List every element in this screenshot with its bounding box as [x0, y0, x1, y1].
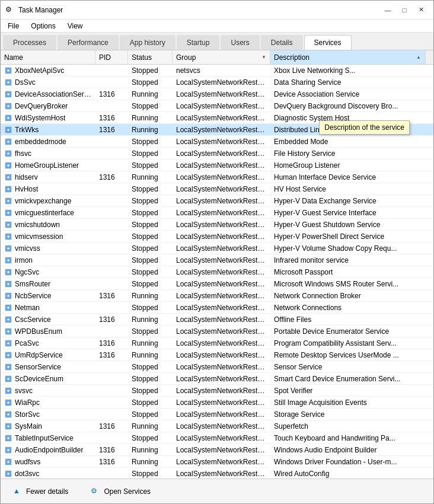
service-pid: [95, 152, 128, 155]
table-row[interactable]: WPDBusEnumStoppedLocalSystemNetworkRestr…: [1, 326, 433, 337]
table-row[interactable]: UmRdpService1316RunningLocalSystemNetwor…: [1, 349, 433, 361]
service-icon: [4, 315, 12, 324]
service-pid: [95, 164, 128, 167]
table-row[interactable]: vmicvmsessionStoppedLocalSystemNetworkRe…: [1, 231, 433, 243]
service-icon: [4, 304, 12, 312]
table-row[interactable]: TabletInputServiceStoppedLocalSystemNetw…: [1, 432, 433, 444]
tab-processes[interactable]: Processes: [3, 35, 56, 50]
service-pid: [95, 390, 128, 392]
table-row[interactable]: hidserv1316RunningLocalSystemNetworkRest…: [1, 171, 433, 183]
service-group: LocalSystemNetworkRestricted: [173, 77, 270, 88]
service-group: LocalSystemNetworkRestricted: [173, 468, 270, 479]
service-icon: [4, 78, 12, 87]
col-description[interactable]: Description ▲: [270, 50, 425, 64]
col-status[interactable]: Status: [128, 50, 173, 64]
svg-point-49: [7, 354, 9, 356]
table-row[interactable]: NgcSvcStoppedLocalSystemNetworkRestricte…: [1, 266, 433, 278]
fewer-details-button[interactable]: ▲ Fewer details: [8, 484, 74, 499]
header-scrollbar-spacer: [425, 50, 433, 64]
service-group: LocalSystemNetworkRestricted: [173, 172, 270, 183]
table-row[interactable]: fhsvcStoppedLocalSystemNetworkRestricted…: [1, 148, 433, 160]
service-description: Device Association Service: [270, 89, 433, 100]
table-row[interactable]: wudfsvs1316RunningLocalSystemNetworkRest…: [1, 456, 433, 468]
table-row[interactable]: DevQueryBrokerStoppedLocalSystemNetworkR…: [1, 100, 433, 112]
service-pid: [95, 235, 128, 238]
table-row[interactable]: dot3svcStoppedLocalSystemNetworkRestrict…: [1, 468, 433, 479]
service-description: Storage Service: [270, 409, 433, 420]
service-pid: [95, 378, 128, 380]
table-row[interactable]: vmicguestinterfaceStoppedLocalSystemNetw…: [1, 207, 433, 219]
service-status: Running: [128, 350, 173, 361]
service-status: Running: [128, 291, 173, 301]
table-row[interactable]: HvHostStoppedLocalSystemNetworkRestricte…: [1, 183, 433, 195]
table-row[interactable]: ScDeviceEnumStoppedLocalSystemNetworkRes…: [1, 373, 433, 385]
menu-view[interactable]: View: [63, 21, 88, 31]
table-row[interactable]: NcbService1316RunningLocalSystemNetworkR…: [1, 290, 433, 302]
table-row[interactable]: vmickvpexchangeStoppedLocalSystemNetwork…: [1, 195, 433, 207]
service-group: LocalSystemNetworkRestricted: [173, 385, 270, 396]
tab-app-history[interactable]: App history: [120, 35, 175, 50]
svg-point-5: [7, 93, 9, 95]
tab-services[interactable]: Services: [304, 35, 352, 50]
col-name[interactable]: Name: [1, 50, 95, 64]
tab-performance[interactable]: Performance: [58, 35, 119, 50]
tab-details[interactable]: Details: [261, 35, 303, 50]
service-name: ScDeviceEnum: [15, 375, 63, 383]
minimize-button[interactable]: —: [380, 4, 395, 16]
open-services-button[interactable]: ⚙ Open Services: [85, 484, 156, 499]
menu-options[interactable]: Options: [26, 21, 60, 31]
table-row[interactable]: SmsRouterStoppedLocalSystemNetworkRestri…: [1, 278, 433, 290]
table-row[interactable]: embeddedmodeStoppedLocalSystemNetworkRes…: [1, 136, 433, 148]
service-group: LocalSystemNetworkRestricted: [173, 231, 270, 242]
service-group: LocalSystemNetworkRestricted: [173, 326, 270, 337]
menu-file[interactable]: File: [3, 21, 24, 31]
service-pid: 1316: [95, 291, 128, 301]
service-pid: [95, 473, 128, 475]
service-pid: [95, 259, 128, 261]
table-row[interactable]: DsSvcStoppedLocalSystemNetworkRestricted…: [1, 76, 433, 88]
service-icon: [4, 221, 12, 229]
table-row[interactable]: vmicvssStoppedLocalSystemNetworkRestrict…: [1, 243, 433, 254]
service-status: Running: [128, 125, 173, 135]
table-row[interactable]: HomeGroupListenerStoppedLocalSystemNetwo…: [1, 160, 433, 171]
table-row[interactable]: AudioEndpointBuilder1316RunningLocalSyst…: [1, 444, 433, 456]
table-row[interactable]: NetmanStoppedLocalSystemNetworkRestricte…: [1, 302, 433, 314]
col-pid[interactable]: PID: [95, 50, 128, 64]
svg-point-51: [7, 366, 9, 368]
service-icon: [4, 351, 12, 359]
svg-point-21: [7, 188, 9, 190]
table-row[interactable]: svsvcStoppedLocalSystemNetworkRestricted…: [1, 385, 433, 397]
svg-point-35: [7, 271, 9, 273]
service-description: Network Connections: [270, 302, 433, 313]
col-group[interactable]: Group ▼: [173, 50, 270, 64]
service-status: Running: [128, 445, 173, 455]
table-row[interactable]: StorSvcStoppedLocalSystemNetworkRestrict…: [1, 409, 433, 420]
service-icon: [4, 363, 12, 371]
table-row[interactable]: PcaSvc1316RunningLocalSystemNetworkRestr…: [1, 337, 433, 349]
service-status: Running: [128, 89, 173, 100]
footer: ▲ Fewer details ⚙ Open Services: [1, 479, 433, 503]
maximize-button[interactable]: □: [397, 4, 412, 16]
service-pid: [95, 81, 128, 84]
table-row[interactable]: irmonStoppedLocalSystemNetworkRestricted…: [1, 254, 433, 266]
service-icon: [4, 387, 12, 395]
fewer-details-label: Fewer details: [26, 487, 68, 496]
service-description: Microsoft Passport: [270, 267, 433, 277]
table-row[interactable]: XboxNetApiSvcStoppednetsvcsXbox Live Net…: [1, 65, 433, 76]
service-status: Stopped: [128, 231, 173, 242]
table-row[interactable]: SysMain1316RunningLocalSystemNetworkRest…: [1, 420, 433, 432]
close-button[interactable]: ✕: [413, 4, 429, 16]
tab-startup[interactable]: Startup: [177, 35, 220, 50]
service-icon: [4, 398, 12, 407]
service-group: LocalSystemNetworkRestricted: [173, 113, 270, 123]
service-group: LocalSystemNetworkRestricted: [173, 136, 270, 147]
table-row[interactable]: DeviceAssociationService1316RunningLocal…: [1, 88, 433, 100]
table-row[interactable]: CscService1316RunningLocalSystemNetworkR…: [1, 314, 433, 326]
tab-users[interactable]: Users: [221, 35, 259, 50]
table-row[interactable]: SensorServiceStoppedLocalSystemNetworkRe…: [1, 361, 433, 373]
service-group: LocalSystemNetworkRestricted: [173, 125, 270, 135]
table-row[interactable]: vmicshutdownStoppedLocalSystemNetworkRes…: [1, 219, 433, 231]
sort-arrow-description: ▲: [416, 55, 421, 60]
svg-point-17: [7, 164, 9, 167]
table-row[interactable]: WiaRpcStoppedLocalSystemNetworkRestricte…: [1, 397, 433, 409]
